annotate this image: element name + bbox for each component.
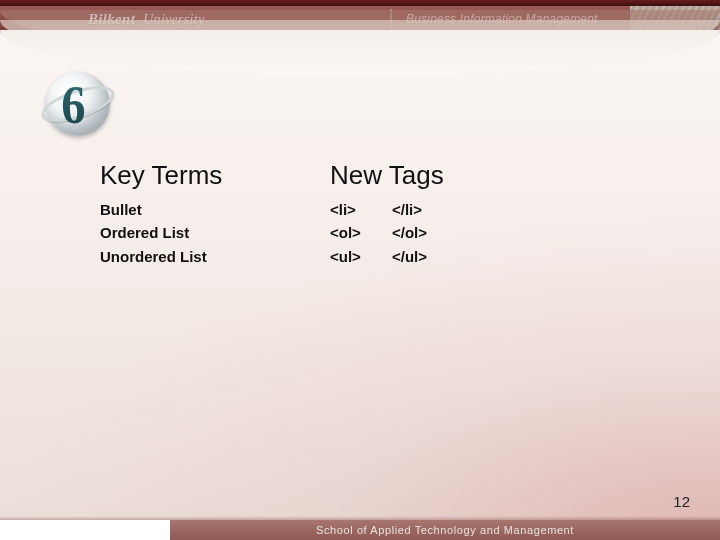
tag-open: <ol>	[330, 224, 392, 241]
tag-row: <ol> </ol>	[330, 224, 620, 241]
new-tags-column: New Tags <li> </li> <ol> </ol> <ul> </ul…	[330, 160, 620, 271]
footer-left-pad	[0, 520, 170, 540]
tag-row: <ul> </ul>	[330, 248, 620, 265]
term-row: Ordered List	[100, 224, 330, 241]
new-tags-heading: New Tags	[330, 160, 620, 191]
curve-front	[0, 30, 720, 76]
tag-close: </ol>	[392, 224, 427, 241]
footer-bar: School of Applied Technology and Managem…	[0, 520, 720, 540]
logo-orb: 6	[46, 72, 110, 136]
footer-label-bar: School of Applied Technology and Managem…	[170, 520, 720, 540]
key-terms-heading: Key Terms	[100, 160, 330, 191]
footer-label: School of Applied Technology and Managem…	[316, 524, 574, 536]
content-area: Key Terms Bullet Ordered List Unordered …	[100, 160, 620, 271]
tag-open: <ul>	[330, 248, 392, 265]
term-row: Unordered List	[100, 248, 330, 265]
page-number: 12	[673, 493, 690, 510]
slide: Bilkent University Business Information …	[0, 0, 720, 540]
logo-glyph: 6	[61, 78, 85, 132]
term-row: Bullet	[100, 201, 330, 218]
swoosh-curves	[0, 32, 720, 84]
tag-row: <li> </li>	[330, 201, 620, 218]
key-terms-column: Key Terms Bullet Ordered List Unordered …	[100, 160, 330, 271]
tag-open: <li>	[330, 201, 392, 218]
tag-close: </li>	[392, 201, 422, 218]
tag-close: </ul>	[392, 248, 427, 265]
